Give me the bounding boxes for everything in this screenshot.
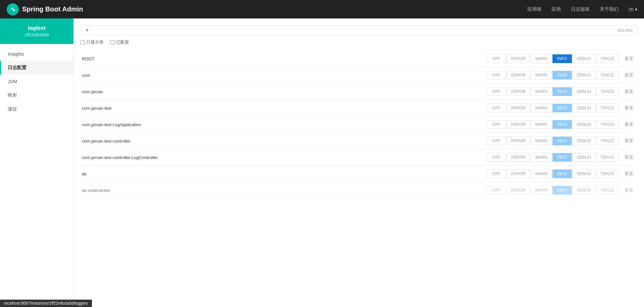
btn-debug[interactable]: DEBUG xyxy=(573,87,596,96)
table-row: com.jarvan.test.controller OFF ERROR WAR… xyxy=(80,133,637,149)
btn-warn[interactable]: WARN xyxy=(531,186,551,195)
log-name: de.codecentric xyxy=(80,188,487,193)
sidebar-item-jvm[interactable]: JVM xyxy=(0,75,73,88)
sidebar-item-cache[interactable]: 缓存 xyxy=(0,102,73,116)
btn-reset[interactable]: 重置 xyxy=(621,70,637,80)
btn-trace[interactable]: TRACE xyxy=(596,120,619,129)
btn-debug[interactable]: DEBUG xyxy=(573,71,596,80)
btn-error[interactable]: ERROR xyxy=(507,169,530,178)
btn-error[interactable]: ERROR xyxy=(507,87,530,96)
btn-warn[interactable]: WARN xyxy=(531,71,551,80)
log-level-buttons: OFF ERROR WARN INFO DEBUG TRACE 重置 xyxy=(487,54,637,63)
lang-label: zh xyxy=(629,7,634,12)
log-level-buttons: OFF ERROR WARN INFO DEBUG TRACE 重置 xyxy=(487,186,637,195)
btn-debug[interactable]: DEBUG xyxy=(573,104,596,112)
status-bar: localhost:8087/instances/1ff22e8cda5d/lo… xyxy=(0,300,92,307)
checkboxes-row: 只显示类 已配置 xyxy=(80,39,637,45)
btn-info[interactable]: INFO xyxy=(552,120,572,129)
status-url: localhost:8087/instances/1ff22e8cda5d/lo… xyxy=(4,301,88,306)
sidebar: logtest 1ff22e8cda5d Insights 日志配置 JVM 映… xyxy=(0,18,74,307)
btn-error[interactable]: ERROR xyxy=(507,137,530,145)
btn-off[interactable]: OFF xyxy=(487,169,506,178)
btn-off[interactable]: OFF xyxy=(487,104,506,112)
btn-off[interactable]: OFF xyxy=(487,186,506,195)
btn-debug[interactable]: DEBUG xyxy=(573,153,596,162)
log-name: com.jarvan.test.controller.LogController xyxy=(80,155,487,160)
sidebar-item-mapping[interactable]: 映射 xyxy=(0,88,73,102)
btn-info[interactable]: INFO xyxy=(552,153,572,162)
table-row: de.codecentric OFF ERROR WARN INFO DEBUG… xyxy=(80,182,637,199)
btn-error[interactable]: ERROR xyxy=(507,186,530,195)
btn-trace[interactable]: TRACE xyxy=(596,153,619,162)
btn-trace[interactable]: TRACE xyxy=(596,104,619,112)
btn-off[interactable]: OFF xyxy=(487,153,506,162)
btn-error[interactable]: ERROR xyxy=(507,120,530,129)
btn-warn[interactable]: WARN xyxy=(531,137,551,145)
show-classes-input[interactable] xyxy=(80,40,85,45)
btn-reset[interactable]: 重置 xyxy=(621,153,637,162)
btn-warn[interactable]: WARN xyxy=(531,54,551,63)
btn-off[interactable]: OFF xyxy=(487,71,506,80)
btn-off[interactable]: OFF xyxy=(487,54,506,63)
btn-reset[interactable]: 重置 xyxy=(621,87,637,96)
sidebar-item-logconfig[interactable]: 日志配置 xyxy=(0,61,73,75)
layout: logtest 1ff22e8cda5d Insights 日志配置 JVM 映… xyxy=(0,18,644,307)
btn-debug[interactable]: DEBUG xyxy=(573,137,596,145)
nav-app[interactable]: 应用 xyxy=(551,6,561,12)
btn-debug[interactable]: DEBUG xyxy=(573,169,596,178)
btn-warn[interactable]: WARN xyxy=(531,87,551,96)
btn-info[interactable]: INFO xyxy=(552,186,572,195)
filter-input[interactable] xyxy=(92,28,617,33)
btn-reset[interactable]: 重置 xyxy=(621,120,637,129)
btn-trace[interactable]: TRACE xyxy=(596,87,619,96)
btn-warn[interactable]: WARN xyxy=(531,104,551,112)
btn-trace[interactable]: TRACE xyxy=(596,137,619,145)
btn-info[interactable]: INFO xyxy=(552,54,572,63)
btn-info[interactable]: INFO xyxy=(552,137,572,145)
btn-warn[interactable]: WARN xyxy=(531,169,551,178)
btn-reset[interactable]: 重置 xyxy=(621,186,637,195)
btn-warn[interactable]: WARN xyxy=(531,120,551,129)
btn-info[interactable]: INFO xyxy=(552,104,572,112)
btn-off[interactable]: OFF xyxy=(487,137,506,145)
btn-off[interactable]: OFF xyxy=(487,87,506,96)
table-row: com OFF ERROR WARN INFO DEBUG TRACE 重置 xyxy=(80,67,637,84)
btn-debug[interactable]: DEBUG xyxy=(573,120,596,129)
lang-button[interactable]: zh ▾ xyxy=(629,7,637,12)
btn-reset[interactable]: 重置 xyxy=(621,54,637,63)
log-name: ROOT xyxy=(80,56,487,61)
btn-reset[interactable]: 重置 xyxy=(621,103,637,113)
btn-debug[interactable]: DEBUG xyxy=(573,54,596,63)
btn-off[interactable]: OFF xyxy=(487,120,506,129)
btn-error[interactable]: ERROR xyxy=(507,54,530,63)
configured-input[interactable] xyxy=(110,40,115,45)
logo-icon: ∿ xyxy=(7,3,19,15)
btn-error[interactable]: ERROR xyxy=(507,104,530,112)
btn-trace[interactable]: TRACE xyxy=(596,169,619,178)
nav-wallapp[interactable]: 应用墙 xyxy=(527,6,541,12)
btn-warn[interactable]: WARN xyxy=(531,153,551,162)
table-row: com.jarvan.test.controller.LogController… xyxy=(80,149,637,166)
configured-checkbox[interactable]: 已配置 xyxy=(110,39,129,45)
btn-info[interactable]: INFO xyxy=(552,169,572,178)
btn-trace[interactable]: TRACE xyxy=(596,54,619,63)
btn-trace[interactable]: TRACE xyxy=(596,71,619,80)
show-classes-checkbox[interactable]: 只显示类 xyxy=(80,39,104,45)
btn-error[interactable]: ERROR xyxy=(507,153,530,162)
sidebar-item-insights[interactable]: Insights xyxy=(0,47,73,61)
header: ∿ Spring Boot Admin 应用墙 应用 日志报表 关于我们 zh … xyxy=(0,0,644,18)
btn-info[interactable]: INFO xyxy=(552,87,572,96)
btn-reset[interactable]: 重置 xyxy=(621,169,637,178)
filter-bar: ▼ 441/441 xyxy=(80,25,637,35)
app-logo: ∿ Spring Boot Admin xyxy=(7,3,527,15)
configured-label: 已配置 xyxy=(116,39,129,45)
btn-debug[interactable]: DEBUG xyxy=(573,186,596,195)
btn-info[interactable]: INFO xyxy=(552,71,572,80)
log-level-buttons: OFF ERROR WARN INFO DEBUG TRACE 重置 xyxy=(487,87,637,96)
log-level-buttons: OFF ERROR WARN INFO DEBUG TRACE 重置 xyxy=(487,70,637,80)
btn-error[interactable]: ERROR xyxy=(507,71,530,80)
btn-reset[interactable]: 重置 xyxy=(621,136,637,146)
nav-logreport[interactable]: 日志报表 xyxy=(571,6,590,12)
nav-about[interactable]: 关于我们 xyxy=(600,6,619,12)
btn-trace[interactable]: TRACE xyxy=(596,186,619,195)
